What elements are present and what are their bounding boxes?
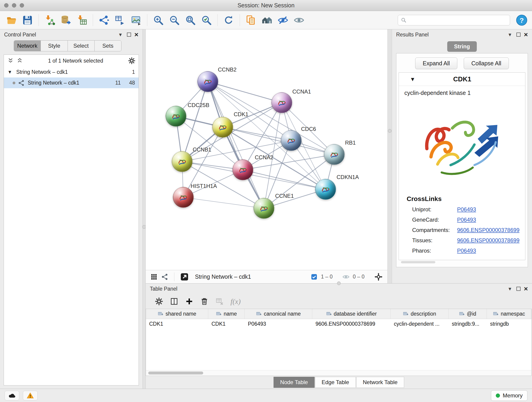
network-edge-hist1h1a-ccne1[interactable]: [183, 197, 264, 208]
results-panel-float-button[interactable]: [516, 32, 520, 37]
crosslink-uniprot-link[interactable]: P06493: [457, 206, 476, 212]
scrollbar-thumb[interactable]: [148, 371, 203, 375]
close-window-button[interactable]: [4, 3, 8, 7]
table-panel-float-button[interactable]: [516, 287, 520, 291]
results-panel-menu-button[interactable]: ▾: [506, 32, 513, 38]
tab-sets[interactable]: Sets: [95, 41, 121, 51]
protein-card-header[interactable]: ▼ CDK1: [399, 73, 525, 86]
network-node-cdkn1a[interactable]: [315, 179, 336, 200]
tab-node-table[interactable]: Node Table: [273, 377, 315, 388]
table-splitter-handle[interactable]: [337, 281, 341, 285]
add-column-icon[interactable]: [185, 297, 193, 306]
hidden-eye-slash-icon[interactable]: [342, 273, 350, 281]
import-network-database-button[interactable]: [58, 13, 73, 27]
hide-selected-button[interactable]: [276, 13, 290, 27]
control-panel-close-button[interactable]: ×: [134, 31, 138, 38]
network-edge-ccna2-cdkn1a[interactable]: [243, 170, 326, 189]
column-header-id[interactable]: @id: [449, 309, 487, 319]
open-session-button[interactable]: [4, 13, 19, 27]
column-header-namespace[interactable]: namespac: [487, 309, 531, 319]
zoom-fit-button[interactable]: [183, 13, 198, 27]
table-panel-menu-button[interactable]: ▾: [506, 286, 513, 292]
tree-expand-icon[interactable]: ▼: [7, 70, 13, 75]
network-canvas[interactable]: CCNB2CCNA1CDC25BCDK1CDC6RB1CCNB1CCNA2CDK…: [146, 29, 387, 270]
help-button[interactable]: [515, 14, 528, 26]
delete-column-trash-icon[interactable]: [200, 297, 209, 306]
minimize-window-button[interactable]: [12, 3, 16, 7]
network-edge-ccnb2-ccne1[interactable]: [208, 82, 264, 208]
network-collection-row[interactable]: ▼ String Network – cdk1 1: [4, 67, 139, 77]
network-node-cdc25b[interactable]: [166, 106, 186, 127]
import-table-button[interactable]: [75, 13, 89, 27]
collapse-all-button[interactable]: Collapse All: [464, 57, 509, 69]
save-session-button[interactable]: [20, 13, 35, 27]
cell-shared-name[interactable]: CDK1: [146, 319, 208, 329]
column-header-name[interactable]: name: [208, 309, 245, 319]
network-node-ccnb2[interactable]: [197, 71, 218, 92]
network-node-hist1h1a[interactable]: [173, 187, 194, 208]
table-settings-gear-icon[interactable]: [155, 297, 163, 306]
table-row[interactable]: CDK1 CDK1 P06493 9606.ENSP00000378699 cy…: [146, 319, 531, 329]
table-horizontal-scrollbar[interactable]: [146, 370, 531, 376]
splitter-handle[interactable]: [142, 225, 146, 229]
crosslink-genecard-link[interactable]: P06493: [457, 217, 476, 223]
column-header-canonical-name[interactable]: canonical name: [245, 309, 312, 319]
expand-all-button[interactable]: Expand All: [415, 57, 457, 69]
cell-database-identifier[interactable]: 9606.ENSP00000378699: [312, 319, 391, 329]
table-panel-close-button[interactable]: ×: [524, 285, 528, 292]
tab-select[interactable]: Select: [68, 41, 95, 51]
cell-canonical-name[interactable]: P06493: [245, 319, 312, 329]
crosslink-pharos-link[interactable]: P06493: [457, 248, 476, 254]
refresh-view-button[interactable]: [221, 13, 236, 27]
copy-document-button[interactable]: [244, 13, 258, 27]
cloud-status-button[interactable]: [5, 391, 19, 400]
zoom-in-button[interactable]: [151, 13, 166, 27]
home-networks-button[interactable]: [260, 13, 274, 27]
column-header-database-identifier[interactable]: database identifier: [312, 309, 391, 319]
network-node-ccna2[interactable]: [233, 160, 253, 180]
maximize-window-button[interactable]: [20, 3, 24, 7]
network-overview-icon[interactable]: [161, 273, 169, 281]
collapse-card-icon[interactable]: ▼: [410, 76, 415, 83]
network-node-ccnb1[interactable]: [172, 151, 192, 172]
network-from-table-button[interactable]: [113, 13, 127, 27]
column-header-description[interactable]: description: [391, 309, 449, 319]
tab-edge-table[interactable]: Edge Table: [315, 377, 356, 388]
network-options-gear-icon[interactable]: [128, 57, 135, 64]
cell-name[interactable]: CDK1: [208, 319, 245, 329]
cell-id[interactable]: stringdb:9...: [449, 319, 487, 329]
export-image-button[interactable]: [129, 13, 143, 27]
results-panel-close-button[interactable]: ×: [524, 31, 528, 38]
cell-description[interactable]: cyclin-dependent ...: [391, 319, 449, 329]
fit-content-crosshair-icon[interactable]: [374, 273, 383, 281]
collapse-all-icon[interactable]: [7, 57, 14, 64]
network-edge-ccnb2-ccna1[interactable]: [208, 82, 282, 103]
clone-network-button[interactable]: [97, 13, 111, 27]
import-network-file-button[interactable]: [42, 13, 57, 27]
network-node-cdk1[interactable]: [212, 117, 233, 138]
network-node-rb1[interactable]: [324, 144, 345, 165]
network-node-ccna1[interactable]: [272, 92, 292, 113]
string-results-tab[interactable]: String: [447, 41, 477, 52]
zoom-selected-button[interactable]: [199, 13, 214, 27]
control-network-splitter[interactable]: [143, 29, 146, 389]
control-panel-float-button[interactable]: [127, 32, 131, 37]
zoom-out-button[interactable]: [167, 13, 182, 27]
network-node-ccne1[interactable]: [254, 198, 274, 219]
memory-button[interactable]: Memory: [491, 390, 527, 401]
network-row-selected[interactable]: String Network – cdk1 11 48: [4, 77, 139, 88]
function-builder-button[interactable]: f(x): [230, 297, 241, 306]
warnings-button[interactable]: [23, 391, 38, 400]
tab-network[interactable]: Network: [14, 41, 41, 51]
control-panel-menu-button[interactable]: ▾: [117, 32, 124, 38]
cell-namespace[interactable]: stringdb: [487, 319, 531, 329]
show-details-button[interactable]: [292, 13, 306, 27]
selected-checkbox-icon[interactable]: [310, 273, 318, 281]
expand-all-icon[interactable]: [16, 57, 23, 64]
network-node-cdc6[interactable]: [281, 130, 302, 151]
search-input[interactable]: [409, 17, 507, 23]
tab-style[interactable]: Style: [41, 41, 68, 51]
detach-view-icon[interactable]: [180, 272, 189, 281]
crosslink-compartments-link[interactable]: 9606.ENSP00000378699: [457, 227, 519, 233]
show-columns-icon[interactable]: [170, 297, 178, 306]
